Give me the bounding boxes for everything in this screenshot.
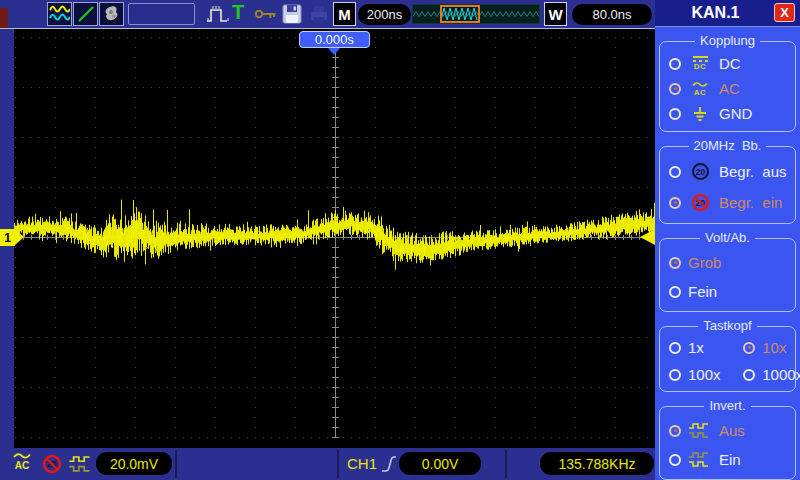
empty-indicator-field (128, 3, 195, 25)
option-invert-off[interactable]: Aus (660, 416, 795, 445)
separator (337, 450, 339, 478)
print-button[interactable] (307, 4, 331, 24)
option-label: Begr. aus (719, 163, 787, 180)
channel1-marker-arrow (15, 229, 24, 245)
noise-display-button[interactable] (99, 2, 124, 26)
section-invert: Invert. Aus E (659, 406, 796, 480)
trigger-level-marker[interactable] (640, 229, 655, 245)
oscilloscope-screen: T M 200ns W (0, 0, 800, 480)
option-fine[interactable]: Fein (660, 277, 795, 306)
option-coarse[interactable]: Grob (660, 248, 795, 277)
svg-text:20: 20 (695, 167, 705, 177)
corner-red-marker (0, 8, 8, 28)
section-coupling-title: Kopplung (695, 33, 760, 48)
radio-fine (669, 286, 681, 298)
radio-1x (669, 342, 681, 354)
radio-100x (669, 369, 681, 381)
option-coupling-dc[interactable]: DC DC (660, 51, 795, 76)
status-bar: AC 20 20.0mV CH1 0.00V 135.788KHz (0, 448, 655, 480)
ac-coupling-status-icon: AC (13, 452, 31, 471)
printer-icon (307, 4, 331, 24)
rising-edge-icon (381, 453, 397, 474)
option-coupling-ac[interactable]: AC AC (660, 76, 795, 101)
window-preview-canvas (413, 5, 539, 23)
section-invert-title: Invert. (704, 398, 750, 413)
option-label: 100x (688, 366, 721, 383)
lock-button[interactable] (254, 5, 278, 23)
bandwidth-20-off-icon: 20 (688, 162, 712, 181)
pulse-trigger-button[interactable] (205, 3, 231, 25)
option-label: 10x (762, 339, 786, 356)
diagonal-line-icon (76, 4, 96, 24)
option-invert-on[interactable]: Ein (660, 445, 795, 474)
top-toolbar: T M 200ns W (0, 0, 655, 29)
close-button[interactable]: X (774, 3, 795, 22)
option-probe-10x[interactable]: 10x (734, 339, 795, 356)
option-label: 1x (688, 339, 704, 356)
channel1-marker-label: 1 (0, 229, 15, 246)
scope-canvas (14, 29, 655, 448)
radio-bwlimit-on (669, 197, 681, 209)
ground-icon (688, 106, 712, 122)
radio-ac (669, 83, 681, 95)
option-probe-1x[interactable]: 1x (660, 339, 734, 356)
window-position-strip[interactable] (412, 4, 540, 24)
pulse-icon (205, 3, 231, 25)
menu-title: KAN.1 (691, 4, 739, 22)
frequency-readout: 135.788KHz (540, 452, 654, 475)
section-bandwidth-limit: 20MHz Bb. 20 Begr. aus 20 (659, 146, 796, 224)
invert-off-icon (688, 423, 712, 439)
trigger-t-button[interactable]: T (232, 1, 244, 24)
option-probe-100x[interactable]: 100x (660, 366, 734, 383)
main-timebase-badge: M (333, 2, 356, 26)
radio-coarse (669, 257, 681, 269)
option-label: DC (719, 55, 741, 72)
main-timebase-readout: 200ns (358, 4, 411, 25)
bandwidth-20-on-icon: 20 (688, 193, 712, 212)
option-label: Begr. ein (719, 194, 782, 211)
option-label: Fein (688, 283, 717, 300)
window-timebase-readout: 80.0ns (572, 4, 652, 25)
cursor-line-button[interactable] (73, 2, 98, 26)
section-coupling: Kopplung DC DC AC AC (659, 41, 796, 132)
dc-coupling-icon: DC (688, 56, 712, 71)
option-bwlimit-on[interactable]: 20 Begr. ein (660, 187, 795, 218)
invert-on-icon (688, 452, 712, 468)
channel-waves-button[interactable] (47, 2, 72, 26)
channel1-position-marker[interactable]: 1 (0, 229, 24, 246)
trigger-position-marker[interactable]: 0.000s (299, 31, 370, 48)
radio-dc (669, 58, 681, 70)
radio-invert-on (669, 454, 681, 466)
radio-bwlimit-off (669, 166, 681, 178)
menu-title-bar: KAN.1 X (655, 0, 800, 27)
sine-waves-icon (49, 4, 70, 24)
volts-per-div-readout: 20.0mV (96, 452, 172, 475)
section-probe: Tastkopf 1x 10x 100x 1000x (659, 326, 796, 392)
option-label: AC (719, 80, 740, 97)
save-button[interactable] (281, 3, 303, 25)
option-label: Ein (719, 451, 741, 468)
separator (505, 450, 507, 478)
bandwidth-limit-status-icon: 20 (42, 454, 62, 474)
separator (175, 450, 177, 478)
option-bwlimit-off[interactable]: 20 Begr. aus (660, 156, 795, 187)
radio-gnd (669, 108, 681, 120)
option-probe-1000x[interactable]: 1000x (734, 366, 795, 383)
option-label: GND (719, 105, 752, 122)
gray-blob-icon (102, 4, 122, 24)
trigger-position-pointer (328, 48, 340, 55)
section-probe-title: Tastkopf (698, 318, 756, 333)
radio-10x (743, 342, 755, 354)
option-coupling-gnd[interactable]: GND (660, 101, 795, 126)
ac-coupling-icon: AC (688, 81, 712, 97)
option-label: Aus (719, 422, 745, 439)
trigger-source-label: CH1 (347, 455, 377, 472)
key-icon (254, 5, 278, 23)
window-timebase-badge: W (544, 2, 567, 26)
floppy-disk-icon (281, 3, 303, 25)
radio-invert-off (669, 425, 681, 437)
option-label: 1000x (762, 366, 800, 383)
section-volts-adjust: Volt/Ab. Grob Fein (659, 238, 796, 312)
option-label: Grob (688, 254, 721, 271)
channel-menu-panel: KAN.1 X Kopplung DC DC AC AC (655, 0, 800, 480)
